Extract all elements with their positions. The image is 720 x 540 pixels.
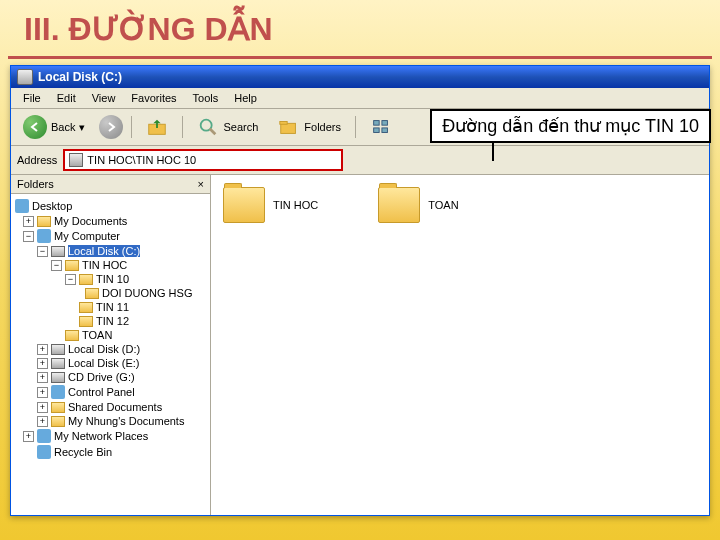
disk-icon: [51, 358, 65, 369]
expand-icon[interactable]: +: [23, 431, 34, 442]
disk-icon: [51, 246, 65, 257]
back-button[interactable]: Back ▾: [17, 113, 91, 141]
tree-label: Local Disk (C:): [68, 245, 140, 257]
folder-icon: [79, 274, 93, 285]
search-button[interactable]: Search: [191, 114, 264, 140]
network-icon: [37, 429, 51, 443]
tree-label: TIN HOC: [82, 259, 127, 271]
address-label: Address: [17, 154, 57, 166]
tree-label: My Nhung's Documents: [68, 415, 184, 427]
folder-label: TOAN: [428, 199, 458, 211]
search-icon: [197, 116, 219, 138]
separator: [182, 116, 183, 138]
tree-cd-drive[interactable]: +CD Drive (G:): [13, 370, 208, 384]
folder-icon: [37, 216, 51, 227]
tree-network[interactable]: +My Network Places: [13, 428, 208, 444]
forward-button[interactable]: [99, 115, 123, 139]
tree-label: TIN 11: [96, 301, 129, 313]
explorer-body: Folders × Desktop +My Documents −My Comp…: [11, 175, 709, 515]
collapse-icon[interactable]: −: [37, 246, 48, 257]
window-title: Local Disk (C:): [38, 70, 122, 84]
menu-file[interactable]: File: [15, 90, 49, 106]
expand-icon[interactable]: +: [37, 387, 48, 398]
address-value: TIN HOC\TIN HOC 10: [87, 154, 196, 166]
svg-rect-4: [280, 122, 287, 125]
expand-icon[interactable]: +: [37, 372, 48, 383]
tree-label: Desktop: [32, 200, 72, 212]
tree-recycle[interactable]: Recycle Bin: [13, 444, 208, 460]
menu-view[interactable]: View: [84, 90, 124, 106]
folder-label: TIN HOC: [273, 199, 318, 211]
folders-button[interactable]: Folders: [272, 114, 347, 140]
folders-label: Folders: [304, 121, 341, 133]
recycle-icon: [37, 445, 51, 459]
tree-e-drive[interactable]: +Local Disk (E:): [13, 356, 208, 370]
tree-label: Control Panel: [68, 386, 135, 398]
tree-shared[interactable]: +Shared Documents: [13, 400, 208, 414]
views-icon: [370, 116, 392, 138]
folder-item-toan[interactable]: TOAN: [378, 187, 458, 223]
expand-icon[interactable]: +: [23, 216, 34, 227]
collapse-icon[interactable]: −: [65, 274, 76, 285]
tree-label: TIN 12: [96, 315, 129, 327]
tree-tin12[interactable]: TIN 12: [13, 314, 208, 328]
close-pane-button[interactable]: ×: [198, 178, 204, 190]
svg-rect-6: [382, 121, 388, 126]
tree-controlpanel[interactable]: +Control Panel: [13, 384, 208, 400]
disk-icon: [17, 69, 33, 85]
tree-label: CD Drive (G:): [68, 371, 135, 383]
titlebar[interactable]: Local Disk (C:): [11, 66, 709, 88]
content-pane[interactable]: TIN HOC TOAN: [211, 175, 709, 515]
tree-label: Shared Documents: [68, 401, 162, 413]
tree-d-drive[interactable]: +Local Disk (D:): [13, 342, 208, 356]
cpanel-icon: [51, 385, 65, 399]
svg-line-2: [210, 129, 216, 135]
tree-label: My Computer: [54, 230, 120, 242]
tree-label: Local Disk (D:): [68, 343, 140, 355]
expand-icon[interactable]: +: [37, 344, 48, 355]
expand-icon[interactable]: +: [37, 358, 48, 369]
menu-tools[interactable]: Tools: [185, 90, 227, 106]
explorer-window: Local Disk (C:) File Edit View Favorites…: [10, 65, 710, 516]
folder-icon: [223, 187, 265, 223]
tree-toan[interactable]: TOAN: [13, 328, 208, 342]
up-button[interactable]: [140, 114, 174, 140]
tree-label: DOI DUONG HSG: [102, 287, 192, 299]
folders-header: Folders ×: [11, 175, 210, 194]
back-label: Back: [51, 121, 75, 133]
slide-title: III. ĐƯỜNG DẪN: [8, 0, 712, 59]
separator: [131, 116, 132, 138]
tree-c-drive[interactable]: −Local Disk (C:): [13, 244, 208, 258]
tree-tinhoc[interactable]: −TIN HOC: [13, 258, 208, 272]
tree-nhung[interactable]: +My Nhung's Documents: [13, 414, 208, 428]
svg-rect-7: [374, 128, 380, 133]
separator: [355, 116, 356, 138]
tree-doiduong[interactable]: DOI DUONG HSG: [13, 286, 208, 300]
folders-icon: [278, 116, 300, 138]
menu-edit[interactable]: Edit: [49, 90, 84, 106]
menu-help[interactable]: Help: [226, 90, 265, 106]
collapse-icon[interactable]: −: [51, 260, 62, 271]
back-arrow-icon: [23, 115, 47, 139]
search-label: Search: [223, 121, 258, 133]
svg-rect-3: [281, 123, 296, 133]
dropdown-icon: ▾: [79, 121, 85, 134]
menu-favorites[interactable]: Favorites: [123, 90, 184, 106]
tree-desktop[interactable]: Desktop: [13, 198, 208, 214]
collapse-icon[interactable]: −: [23, 231, 34, 242]
folder-item-tinhoc[interactable]: TIN HOC: [223, 187, 318, 223]
tree-tin11[interactable]: TIN 11: [13, 300, 208, 314]
folder-icon: [65, 330, 79, 341]
tree-mycomp[interactable]: −My Computer: [13, 228, 208, 244]
expand-icon[interactable]: +: [37, 402, 48, 413]
folder-up-icon: [146, 116, 168, 138]
views-button[interactable]: [364, 114, 398, 140]
tree-mydocs[interactable]: +My Documents: [13, 214, 208, 228]
tree-tin10[interactable]: −TIN 10: [13, 272, 208, 286]
address-input[interactable]: TIN HOC\TIN HOC 10: [63, 149, 343, 171]
tree-label: TIN 10: [96, 273, 129, 285]
tree-label: My Network Places: [54, 430, 148, 442]
expand-icon[interactable]: +: [37, 416, 48, 427]
toolbar: Back ▾ Search Folders Đường dẫn đến thư …: [11, 109, 709, 146]
callout-label: Đường dẫn đến thư mục TIN 10: [430, 109, 711, 143]
